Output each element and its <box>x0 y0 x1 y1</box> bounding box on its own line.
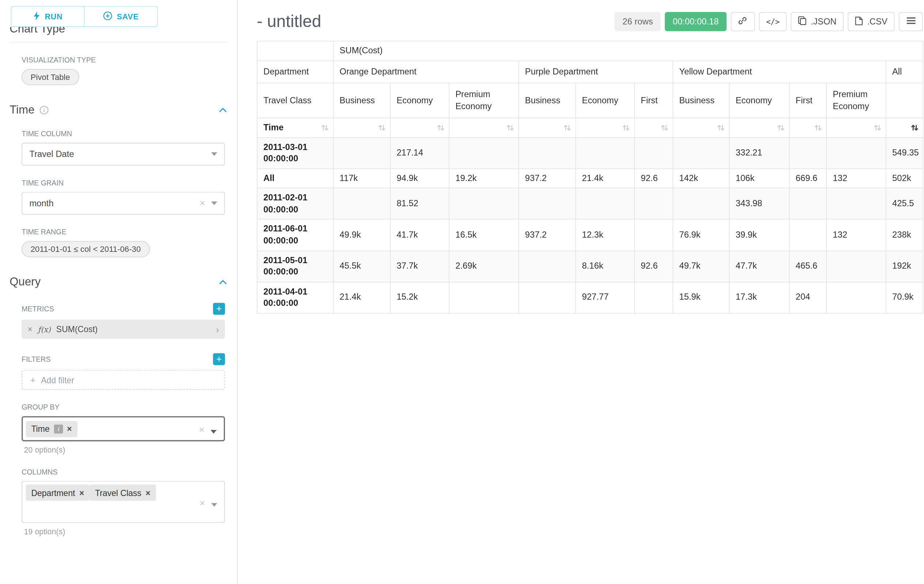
value-cell: 21.4k <box>576 169 634 188</box>
column-sort-header[interactable] <box>729 118 789 137</box>
value-cell: 106k <box>729 169 789 188</box>
export-csv-button[interactable]: .CSV <box>848 12 895 31</box>
value-cell: 81.52 <box>390 188 449 219</box>
department-dimension-header: Department <box>257 61 333 83</box>
app-root: RUN SAVE Chart Type VISUALIZATION TYPE P… <box>0 0 924 584</box>
column-sort-header[interactable] <box>789 118 827 137</box>
columns-label: COLUMNS <box>21 467 225 476</box>
time-range-label: TIME RANGE <box>21 228 225 236</box>
value-cell <box>827 188 886 219</box>
sort-icon <box>321 124 329 132</box>
remove-icon[interactable]: × <box>146 489 150 497</box>
travel-class-header: First <box>789 83 827 118</box>
info-icon <box>40 105 49 114</box>
column-sort-header[interactable] <box>333 118 390 137</box>
value-cell: 117k <box>333 169 390 188</box>
add-filter-plus-button[interactable]: + <box>213 353 225 365</box>
selected-value-pill[interactable]: Department× <box>26 484 90 500</box>
row-label: 2011-06-01 00:00:00 <box>257 219 333 251</box>
clear-icon[interactable]: × <box>199 425 205 435</box>
caret-down-icon <box>211 152 217 156</box>
value-cell: 217.14 <box>390 137 449 169</box>
time-grain-value: month <box>30 199 54 208</box>
value-cell: 937.2 <box>519 169 576 188</box>
pill-label: Travel Class <box>95 488 141 497</box>
remove-icon[interactable]: × <box>67 424 72 433</box>
sort-icon <box>814 124 822 132</box>
value-cell <box>673 137 729 169</box>
row-label: All <box>257 169 333 188</box>
run-button-label: RUN <box>45 12 63 21</box>
metric-item[interactable]: × ƒ(x) SUM(Cost) › <box>21 320 225 339</box>
value-cell <box>673 188 729 219</box>
columns-select[interactable]: Department×Travel Class× × <box>21 481 225 523</box>
value-cell: 37.7k <box>390 251 449 282</box>
column-sort-header[interactable] <box>634 118 673 137</box>
column-sort-header[interactable] <box>673 118 729 137</box>
collapse-time-chevron-icon[interactable] <box>218 107 228 112</box>
value-cell: 41.7k <box>390 219 449 251</box>
travel-class-header: Economy <box>729 83 789 118</box>
value-cell <box>634 137 673 169</box>
filters-label: FILTERS <box>21 355 51 364</box>
all-column-header: All <box>886 61 923 83</box>
value-cell: 343.98 <box>729 188 789 219</box>
remove-icon[interactable]: × <box>79 489 84 497</box>
value-cell: 142k <box>673 169 729 188</box>
travel-class-header: Economy <box>576 83 634 118</box>
value-cell <box>576 137 634 169</box>
add-filter-button[interactable]: + Add filter <box>21 370 225 390</box>
column-sort-header[interactable] <box>519 118 576 137</box>
selected-value-pill[interactable]: Timei× <box>26 421 78 436</box>
pill-label: Time <box>31 424 49 434</box>
clear-icon[interactable]: × <box>200 199 205 208</box>
visualization-type-value[interactable]: Pivot Table <box>21 69 79 85</box>
value-cell <box>634 282 673 313</box>
value-cell <box>827 251 886 282</box>
selected-value-pill[interactable]: Travel Class× <box>89 484 155 500</box>
export-json-label: .JSON <box>811 17 837 26</box>
value-cell: 49.7k <box>673 251 729 282</box>
section-divider <box>10 42 227 43</box>
embed-code-button[interactable]: </> <box>759 12 787 31</box>
value-cell: 17.3k <box>729 282 789 313</box>
time-column-select[interactable]: Travel Date <box>21 143 225 165</box>
add-metric-button[interactable]: + <box>213 303 225 315</box>
share-link-button[interactable] <box>731 12 755 31</box>
chevron-right-icon: › <box>216 324 219 334</box>
export-json-button[interactable]: .JSON <box>791 12 844 31</box>
collapse-query-chevron-icon[interactable] <box>218 279 228 285</box>
column-sort-header[interactable] <box>390 118 449 137</box>
clear-icon[interactable]: × <box>200 498 205 508</box>
time-column-label: TIME COLUMN <box>21 130 225 138</box>
value-cell <box>634 188 673 219</box>
value-cell: 94.9k <box>390 169 449 188</box>
time-grain-select[interactable]: month × <box>21 192 225 215</box>
row-label: 2011-02-01 00:00:00 <box>257 188 333 219</box>
remove-metric-icon[interactable]: × <box>28 324 33 334</box>
chart-toolbar: 26 rows 00:00:00.18 </> <box>615 12 923 31</box>
column-sort-header[interactable] <box>449 118 519 137</box>
group-by-select[interactable]: Timei× × <box>21 416 225 441</box>
metrics-label: METRICS <box>21 305 54 313</box>
time-sort-header[interactable]: Time <box>257 118 333 137</box>
save-button[interactable]: SAVE <box>85 6 158 27</box>
chart-menu-button[interactable] <box>899 12 923 31</box>
visualization-type-label: VISUALIZATION TYPE <box>21 56 225 64</box>
group-by-label: GROUP BY <box>21 403 225 411</box>
row-label: 2011-04-01 00:00:00 <box>257 282 333 313</box>
column-sort-header[interactable] <box>827 118 886 137</box>
plus-icon: + <box>30 375 35 385</box>
all-sort-header[interactable] <box>886 118 923 137</box>
travel-class-header: Business <box>333 83 390 118</box>
save-button-label: SAVE <box>117 12 139 21</box>
time-range-value[interactable]: 2011-01-01 ≤ col < 2011-06-30 <box>21 241 150 257</box>
group-by-options-hint: 20 option(s) <box>24 446 225 455</box>
table-row: 2011-03-01 00:00:00217.14332.21549.35 <box>257 137 923 169</box>
value-cell: 465.6 <box>789 251 827 282</box>
run-button[interactable]: RUN <box>11 6 85 27</box>
value-cell: 45.5k <box>333 251 390 282</box>
column-sort-header[interactable] <box>576 118 634 137</box>
value-cell <box>333 137 390 169</box>
query-section-title: Query <box>10 275 41 288</box>
